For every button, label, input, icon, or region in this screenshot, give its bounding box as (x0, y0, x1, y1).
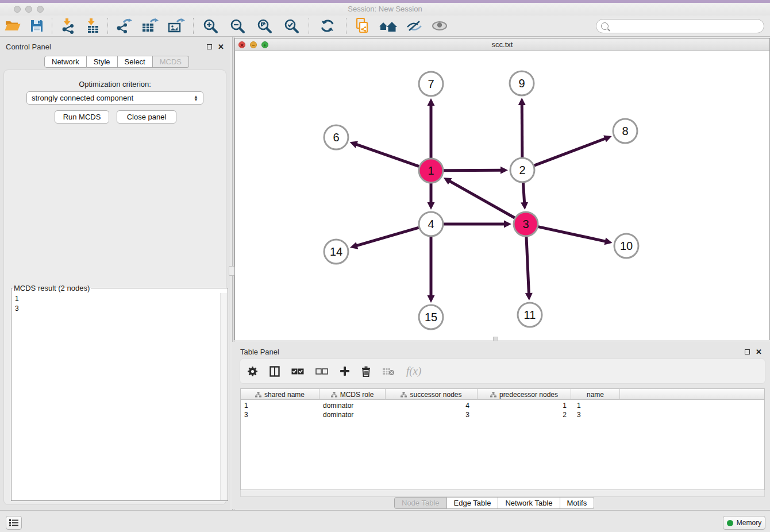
optimization-select[interactable]: strongly connected component ▲▼ (26, 91, 203, 105)
mcds-result-item[interactable]: 1 (15, 294, 217, 304)
cell-successor-nodes[interactable]: 3 (386, 410, 478, 419)
duplicate-network-button[interactable] (350, 17, 374, 35)
float-panel-icon[interactable] (207, 44, 212, 49)
graph-node-9[interactable]: 9 (510, 71, 534, 95)
tab-edge-table[interactable]: Edge Table (447, 497, 499, 509)
graph-node-15[interactable]: 15 (419, 305, 443, 329)
network-zoom-button[interactable]: + (261, 41, 268, 48)
graph-edge-2-3[interactable] (523, 183, 524, 203)
task-history-button[interactable] (6, 516, 22, 530)
graph-node-2[interactable]: 2 (510, 158, 534, 182)
graph-node-6[interactable]: 6 (324, 125, 348, 149)
export-table-button[interactable] (137, 17, 163, 35)
graph-edge-3-1[interactable] (449, 181, 514, 218)
graph-node-10[interactable]: 10 (614, 234, 638, 258)
function-builder-button[interactable]: f(x) (406, 365, 421, 377)
delete-column-button[interactable] (361, 366, 371, 377)
cell-successor-nodes[interactable]: 4 (386, 401, 478, 410)
zoom-selected-button[interactable] (278, 17, 305, 35)
network-window: ✕ − + scc.txt 7968124314101511 (234, 38, 770, 340)
graph-edge-3-11[interactable] (526, 237, 529, 294)
export-network-button[interactable] (111, 17, 137, 35)
mcds-result-item[interactable]: 3 (15, 304, 217, 314)
close-panel-button[interactable]: Close panel (117, 110, 176, 124)
zoom-out-icon (230, 18, 245, 34)
hide-graphics-button[interactable] (402, 17, 427, 35)
close-panel-icon[interactable]: ✕ (218, 43, 224, 51)
column-header-predecessor-nodes[interactable]: predecessor nodes (478, 389, 571, 400)
save-session-button[interactable] (25, 17, 48, 35)
column-header-successor-nodes[interactable]: successor nodes (386, 389, 478, 400)
table-settings-button[interactable] (247, 366, 258, 377)
table-row[interactable]: 1 dominator 4 1 1 (241, 401, 764, 410)
tab-node-table[interactable]: Node Table (394, 497, 447, 509)
cell-shared-name[interactable]: 3 (241, 410, 319, 419)
tab-network-table[interactable]: Network Table (498, 497, 560, 509)
graph-edge-2-9[interactable] (522, 104, 522, 157)
result-scrollbar[interactable] (220, 293, 227, 500)
run-mcds-button[interactable]: Run MCDS (55, 110, 109, 124)
select-all-button[interactable] (291, 368, 304, 375)
cell-predecessor-nodes[interactable]: 1 (478, 401, 571, 410)
graph-node-11[interactable]: 11 (518, 303, 542, 327)
column-header-name[interactable]: name (571, 389, 620, 400)
tab-mcds[interactable]: MCDS (153, 56, 189, 68)
search-box[interactable] (596, 19, 764, 33)
zoom-out-button[interactable] (224, 17, 251, 35)
show-graphics-button[interactable] (427, 17, 452, 35)
graph-node-8[interactable]: 8 (613, 119, 637, 143)
network-window-titlebar[interactable]: ✕ − + scc.txt (235, 38, 769, 51)
graph-node-7[interactable]: 7 (419, 72, 443, 96)
zoom-in-button[interactable] (197, 17, 224, 35)
window-minimize-button[interactable] (25, 6, 32, 13)
import-table-button[interactable] (80, 17, 104, 35)
zoom-fit-button[interactable] (251, 17, 278, 35)
network-minimize-button[interactable]: − (250, 41, 257, 48)
column-header-mcds-role[interactable]: MCDS role (319, 389, 386, 400)
graph-edge-4-14[interactable] (356, 228, 419, 246)
tab-network[interactable]: Network (44, 56, 87, 68)
deselect-all-button[interactable] (315, 368, 328, 375)
network-canvas[interactable]: 7968124314101511 (235, 51, 769, 340)
graph-node-3[interactable]: 3 (514, 212, 538, 236)
memory-button[interactable]: Memory (723, 516, 765, 530)
cell-name[interactable]: 3 (571, 410, 620, 419)
mcds-result-list[interactable]: 1 3 (12, 293, 220, 500)
column-header-shared-name[interactable]: shared name (241, 389, 319, 400)
cell-predecessor-nodes[interactable]: 2 (478, 410, 571, 419)
graph-node-4[interactable]: 4 (419, 212, 443, 236)
search-input[interactable] (611, 21, 764, 32)
graph-edge-1-2[interactable] (444, 170, 502, 171)
tab-style[interactable]: Style (87, 56, 118, 68)
tab-select[interactable]: Select (118, 56, 153, 68)
close-table-panel-icon[interactable]: ✕ (756, 348, 762, 356)
window-close-button[interactable] (14, 6, 21, 13)
graph-edge-3-10[interactable] (538, 227, 606, 242)
refresh-view-button[interactable] (313, 17, 342, 35)
import-table-icon (84, 18, 100, 34)
show-columns-button[interactable] (270, 366, 280, 377)
cell-mcds-role[interactable]: dominator (319, 410, 386, 419)
create-column-button[interactable] (340, 366, 350, 376)
cell-mcds-role[interactable]: dominator (319, 401, 386, 410)
window-zoom-button[interactable] (37, 6, 44, 13)
graph-edge-1-6[interactable] (356, 144, 419, 167)
cell-name[interactable]: 1 (571, 401, 620, 410)
tab-motifs[interactable]: Motifs (560, 497, 595, 509)
open-session-button[interactable] (0, 17, 25, 35)
table-horizontal-scrollbar[interactable] (240, 490, 765, 497)
export-image-icon (167, 18, 186, 34)
export-image-button[interactable] (163, 17, 190, 35)
float-table-panel-icon[interactable] (745, 349, 750, 354)
table-row[interactable]: 3 dominator 3 2 3 (241, 410, 764, 419)
network-close-button[interactable]: ✕ (238, 41, 245, 48)
graph-node-1[interactable]: 1 (419, 159, 443, 183)
mcds-result-title: MCDS result (2 nodes) (13, 284, 91, 292)
cell-shared-name[interactable]: 1 (241, 401, 319, 410)
import-network-button[interactable] (56, 17, 80, 35)
delete-table-button[interactable] (382, 367, 395, 376)
graph-node-14[interactable]: 14 (324, 240, 348, 264)
home-layout-button[interactable] (374, 17, 402, 35)
graph-edge-2-8[interactable] (534, 138, 606, 165)
horizontal-splitter-handle[interactable] (493, 337, 498, 341)
